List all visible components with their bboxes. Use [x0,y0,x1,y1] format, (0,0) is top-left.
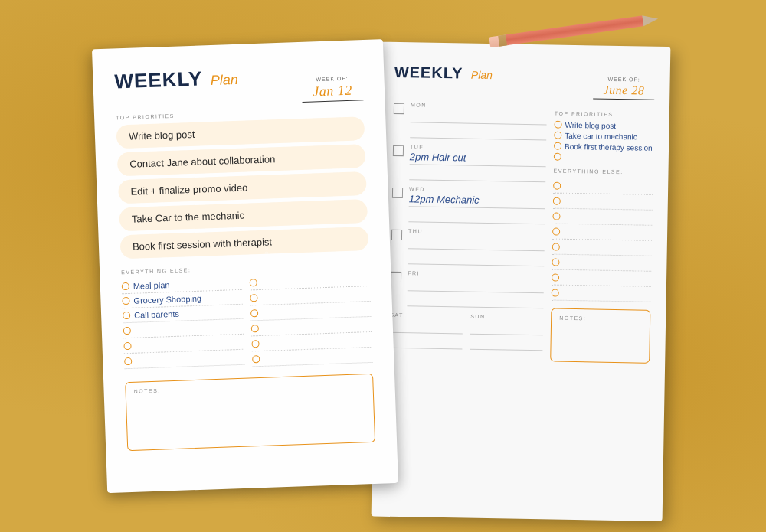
day-tue-line: 2pm Hair cut [410,151,546,167]
right-title-weekly: WEEKLY [394,63,463,81]
left-everything-else-grid: Meal plan Grocery Shopping Call parents [122,270,373,370]
day-wed-checkbox[interactable] [392,187,403,197]
right-sidebar: TOP PRIORITIES: Write blog post Take car… [550,104,654,363]
right-priority-2: Take car to mechanic [554,131,653,141]
day-tue-content: TUE 2pm Hair cut [409,144,546,182]
left-priorities-list: Write blog post Contact Jane about colla… [116,116,368,259]
check-circle-3 [123,311,130,318]
check-circle-r2 [250,293,257,301]
day-tue-entry: 2pm Hair cut [410,151,466,165]
day-fri-extra [407,292,543,308]
check-circle-r3 [250,308,258,316]
day-wed-entry: 12pm Mechanic [409,193,480,207]
right-check-3 [554,142,561,149]
right-everything-check-7 [552,273,559,281]
right-everything-1 [553,178,653,194]
left-title-weekly: WEEKLY [114,67,203,93]
right-everything-check-8 [552,289,559,296]
check-circle-1 [122,282,129,289]
day-fri-line [408,277,544,293]
left-title-plan: Plan [210,71,238,87]
left-week-date: Jan 12 [302,82,364,103]
days-column: MON TUE 2pm Hair cut [389,101,547,361]
priority-item-2: Contact Jane about collaboration [117,144,366,176]
right-page: WEEKLY Plan WEEK OF: June 28 MON [372,41,671,521]
day-sat-label: SAT [390,312,463,318]
right-week-date: June 28 [593,83,654,100]
check-circle-r1 [250,278,257,286]
day-sun: SUN [470,313,543,351]
check-circle-r5 [251,339,259,347]
right-title: WEEKLY Plan [394,63,493,82]
day-tue-label: TUE [410,144,546,152]
day-wed-label: WED [409,186,545,194]
everything-col-2 [249,270,372,366]
day-mon-line [411,109,547,125]
right-everything-7 [552,269,651,286]
day-sat-extra [389,334,462,349]
right-everything-5 [552,239,652,256]
right-everything-check-3 [552,212,560,220]
check-circle-r4 [251,324,259,331]
right-everything-list [552,178,653,302]
right-check-1 [555,120,562,128]
right-main-content: MON TUE 2pm Hair cut [389,101,654,363]
day-fri-label: FRI [408,270,544,278]
left-notes-box: NOTES: [125,373,375,450]
right-everything-check-1 [553,181,561,189]
priority-item-4: Take Car to the mechanic [119,199,368,231]
day-thu-content: THU [408,228,545,266]
day-thu-checkbox[interactable] [391,229,402,240]
check-circle-4 [123,326,131,334]
priority-item-5: Book first session with therapist [119,227,368,259]
priority-item-3: Edit + finalize promo video [118,171,367,204]
day-mon-extra [410,124,546,140]
check-circle-2 [122,296,129,304]
left-title: WEEKLY Plan [114,65,238,93]
right-everything-check-5 [552,243,560,250]
pencil-body [506,15,643,45]
pages-container: WEEKLY Plan WEEK OF: Jan 12 TOP PRIORITI… [92,44,674,519]
left-notes-label: NOTES: [133,380,365,394]
right-week-of-label: WEEK OF: [607,76,640,82]
day-fri-content: FRI [407,270,544,308]
right-notes-label: NOTES: [559,315,642,321]
day-wed-content: WED 12pm Mechanic [408,186,545,224]
right-everything-3 [552,208,652,225]
right-everything-check-6 [552,258,559,266]
day-tue-checkbox[interactable] [393,145,404,155]
day-thu-label: THU [408,228,545,236]
day-wed: WED 12pm Mechanic [391,185,545,224]
pencil-decoration [506,10,674,47]
day-thu-line [408,235,545,251]
right-everything-6 [552,254,651,271]
right-page-header: WEEKLY Plan WEEK OF: June 28 [394,63,655,100]
right-check-2 [554,131,561,139]
right-check-4 [554,152,561,160]
day-sun-line [470,320,543,335]
day-mon-checkbox[interactable] [394,103,404,113]
day-fri: FRI [390,269,544,308]
right-everything-check-2 [553,197,561,204]
check-circle-r6 [252,354,260,362]
left-week-of: WEEK OF: Jan 12 [301,75,363,103]
right-priorities-list: Write blog post Take car to mechanic Boo… [554,120,654,162]
day-thu: THU [391,227,545,266]
day-sun-label: SUN [470,313,543,320]
check-circle-5 [123,341,131,349]
right-everything-check-4 [552,227,560,235]
right-priority-empty [554,152,653,162]
day-sun-extra [470,335,542,351]
day-thu-extra [408,250,544,266]
day-mon-label: MON [411,102,547,109]
right-everything-4 [552,224,652,240]
day-fri-checkbox[interactable] [391,271,401,282]
right-priority-3: Book first therapy session [554,142,653,152]
pencil-tip [642,14,659,27]
day-sat-line [390,318,463,334]
check-circle-6 [124,357,132,364]
left-page-header: WEEKLY Plan WEEK OF: Jan 12 [114,61,364,109]
right-everything-2 [553,193,653,210]
day-mon: MON [393,101,547,139]
sat-sun-row: SAT SUN [389,312,543,350]
